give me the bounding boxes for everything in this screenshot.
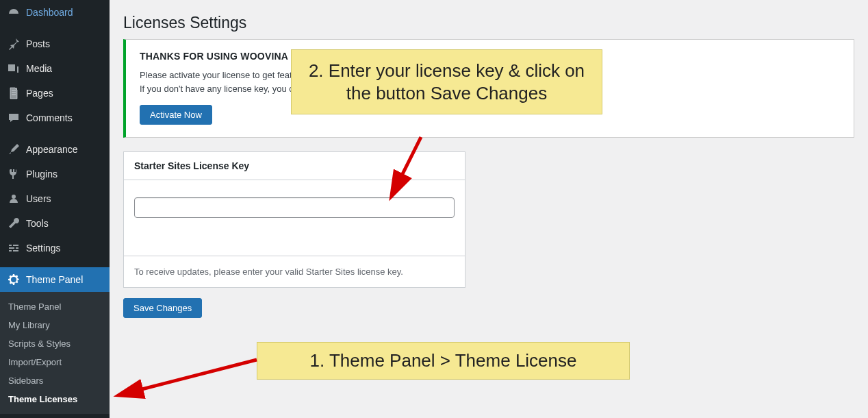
sidebar-item-label: Appearance — [26, 144, 78, 155]
brush-icon — [7, 143, 21, 156]
admin-sidebar: Dashboard Posts Media Pages Commen — [0, 0, 110, 418]
sidebar-item-label: Comments — [26, 112, 73, 123]
dashboard-icon — [7, 5, 21, 19]
sidebar-item-label: Theme Panel — [26, 274, 83, 285]
media-icon — [7, 62, 21, 75]
sidebar-submenu: Theme Panel My Library Scripts & Styles … — [0, 292, 110, 414]
submenu-item-theme-licenses[interactable]: Theme Licenses — [0, 390, 110, 408]
panel-footer-text: To receive updates, please enter your va… — [124, 256, 465, 287]
submenu-item-scripts-styles[interactable]: Scripts & Styles — [0, 334, 110, 353]
sidebar-item-pages[interactable]: Pages — [0, 81, 110, 106]
sidebar-item-label: Posts — [26, 38, 50, 49]
users-icon — [7, 192, 21, 206]
sliders-icon — [7, 241, 21, 255]
comments-icon — [7, 111, 21, 125]
sidebar-item-posts[interactable]: Posts — [0, 32, 110, 56]
sidebar-item-dashboard[interactable]: Dashboard — [0, 0, 110, 25]
svg-line-1 — [394, 137, 421, 192]
sidebar-item-comments[interactable]: Comments — [0, 106, 110, 130]
plug-icon — [7, 167, 21, 181]
page-title: Licenses Settings — [123, 0, 854, 39]
wrench-icon — [7, 217, 21, 230]
sidebar-item-theme-panel[interactable]: Theme Panel — [0, 267, 110, 292]
submenu-item-import-export[interactable]: Import/Export — [0, 353, 110, 371]
sidebar-item-label: Settings — [26, 243, 61, 254]
pin-icon — [7, 37, 21, 51]
sidebar-item-tools[interactable]: Tools — [0, 211, 110, 236]
sidebar-item-settings[interactable]: Settings — [0, 236, 110, 260]
sidebar-item-label: Dashboard — [26, 7, 73, 18]
sidebar-item-label: Tools — [26, 218, 49, 229]
submenu-item-sidebars[interactable]: Sidebars — [0, 371, 110, 390]
annotation-step-1: 1. Theme Panel > Theme License — [257, 342, 630, 380]
gear-icon — [7, 273, 21, 286]
sidebar-item-plugins[interactable]: Plugins — [0, 162, 110, 186]
sidebar-item-label: Pages — [26, 88, 53, 99]
save-changes-button[interactable]: Save Changes — [123, 298, 202, 318]
svg-line-2 — [123, 360, 257, 394]
submenu-item-theme-panel[interactable]: Theme Panel — [0, 297, 110, 316]
sidebar-item-users[interactable]: Users — [0, 186, 110, 211]
sidebar-item-label: Users — [26, 193, 51, 204]
annotation-arrow-1 — [116, 356, 267, 404]
sidebar-item-label: Media — [26, 63, 52, 74]
annotation-arrow-2 — [383, 134, 438, 202]
pages-icon — [7, 86, 21, 100]
svg-rect-0 — [10, 88, 17, 99]
annotation-step-2: 2. Enter your license key & click on the… — [291, 49, 602, 114]
activate-now-button[interactable]: Activate Now — [140, 105, 212, 125]
sidebar-item-label: Plugins — [26, 169, 58, 180]
submenu-item-my-library[interactable]: My Library — [0, 316, 110, 334]
sidebar-item-appearance[interactable]: Appearance — [0, 137, 110, 162]
sidebar-item-media[interactable]: Media — [0, 56, 110, 81]
